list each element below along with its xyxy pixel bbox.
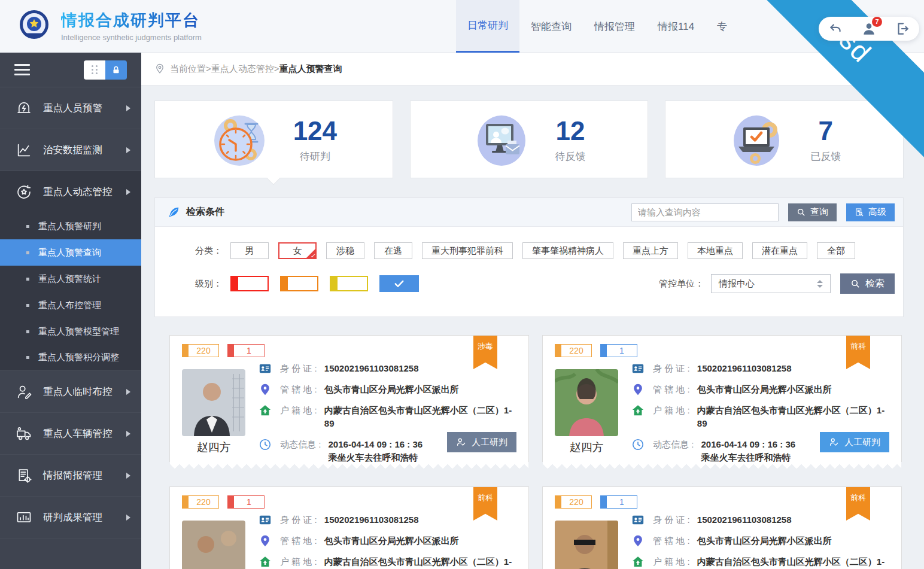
zigzag-edge [170,462,528,468]
app-root: 情报合成研判平台 Intelligence synthetic judgment… [0,0,924,569]
jurisdiction: 包头市青山区分局光辉小区派出所 [324,534,459,547]
results-icon [16,509,32,526]
category-all[interactable]: 全部 [817,242,855,259]
sidebar-item-briefing[interactable]: 情报简报管理 [0,455,141,497]
category-male[interactable]: 男 [230,242,269,259]
sidebar-item-dynamic-control[interactable]: 重点人动态管控 [0,171,141,213]
search-icon [797,208,806,217]
level-confirm-button[interactable] [379,275,419,292]
drag-handle-icon[interactable] [84,60,105,80]
category-stability[interactable]: 涉稳 [326,242,364,259]
location-pin-icon [631,383,645,396]
category-local-key[interactable]: 本地重点 [688,242,743,259]
chevron-right-icon [126,473,130,479]
tab-daily-judgment[interactable]: 日常研判 [456,0,519,53]
id-card-icon [259,362,272,375]
stat-label: 待反馈 [555,150,586,163]
advanced-button[interactable]: 高级 [846,203,895,221]
sidebar-subitem-score-adjust[interactable]: 重点人预警积分调整 [0,345,141,371]
monitor-message-icon [473,111,530,168]
stat-feedback-done[interactable]: 7 已反馈 [665,101,904,178]
manual-judge-button[interactable]: 人工研判 [820,432,889,452]
sidebar-item-results[interactable]: 研判成果管理 [0,497,141,538]
category-major-crime[interactable]: 重大刑事犯罪前科 [422,242,513,259]
breadcrumb-parent[interactable]: 重点人动态管控> [211,63,279,75]
category-mental-illness[interactable]: 肇事肇祸精神病人 [522,242,613,259]
person-judge-icon [829,437,840,448]
level-filter-row: 级别： 管控单位： 情报中心 检索 [155,273,903,294]
chevron-right-icon [126,389,130,395]
person-photo [182,521,245,569]
chevron-right-icon [126,105,130,111]
query-button[interactable]: 查询 [788,203,837,221]
sidebar-subitem-alert-statistics[interactable]: 重点人预警统计 [0,266,141,292]
stat-pending-feedback[interactable]: 12 待反馈 [410,101,649,178]
id-card-icon [259,513,272,527]
person-card: 前科 220 1 赵四方 身 份 证 : 1502021961103081258… [542,335,902,462]
sidebar-subitem-model-management[interactable]: 重点人预警模型管理 [0,318,141,345]
laptop-check-icon [728,111,785,168]
registry-address: 内蒙古自治区包头市青山区光辉小区（二区）1-89 [697,555,889,569]
sidebar-item-security-data[interactable]: 治安数据监测 [0,129,141,171]
tab-intel-114[interactable]: 情报114 [646,0,706,53]
dynamic-desc: 乘坐火车去往呼和浩特 [329,452,418,462]
person-photo [555,369,618,436]
sidebar-subitem-control-management[interactable]: 重点人布控管理 [0,292,141,318]
stat-cards: 124 待研判 12 待反馈 [154,101,904,178]
data-monitor-icon [16,142,32,159]
category-filter-row: 分类： 男 女✓ 涉稳 在逃 重大刑事犯罪前科 肇事肇祸精神病人 重点上方 本地… [155,242,903,259]
header-actions-pill: 7 [819,17,919,41]
tab-smart-query[interactable]: 智能查询 [519,0,583,53]
retrieve-button[interactable]: 检索 [840,273,895,294]
breadcrumb: 当前位置>重点人动态管控>重点人预警查询 [141,53,924,86]
level-red-swatch[interactable] [230,276,269,291]
tab-intel-management[interactable]: 情报管理 [583,0,646,53]
search-input[interactable] [631,203,779,221]
category-potential-key[interactable]: 潜在重点 [752,242,807,259]
person-name: 赵四方 [555,440,618,455]
category-female[interactable]: 女✓ [278,242,317,259]
location-pin-icon [154,63,165,74]
tab-special[interactable]: 专 [706,0,738,53]
sidebar-item-vehicle-control[interactable]: 重点人车辆管控 [0,413,141,455]
hamburger-icon[interactable] [14,61,30,78]
level-orange-swatch[interactable] [280,276,318,291]
level-yellow-swatch[interactable] [330,276,368,291]
sidebar-pin-toggle[interactable] [84,60,127,80]
main-nav: 日常研判 智能查询 情报管理 情报114 专 [456,0,738,53]
id-card-icon [631,362,645,375]
person-photo [182,369,245,436]
manual-judge-button[interactable]: 人工研判 [447,432,516,452]
sidebar-item-person-alert[interactable]: 重点人员预警 [0,87,141,129]
sidebar: 重点人员预警 治安数据监测 重点人动态管控 重点人预警研判 重点人预警查询 重点… [0,53,141,569]
stat-value: 12 [555,116,586,146]
category-key-petition[interactable]: 重点上方 [623,242,678,259]
search-icon [850,279,861,289]
sidebar-subitem-alert-judgment[interactable]: 重点人预警研判 [0,213,141,239]
dynamic-control-icon [16,184,32,200]
sidebar-item-temp-control[interactable]: 重点人临时布控 [0,371,141,413]
stat-pending-judgment[interactable]: 124 待研判 [154,101,393,178]
unit-select[interactable]: 情报中心 [711,274,831,293]
feather-icon [167,206,180,219]
search-panel: 检索条件 查询 高级 分类： 男 女✓ 涉稳 在逃 重大刑事犯罪前科 肇事肇祸精… [154,197,904,317]
person-photo [555,521,618,569]
sidebar-group-dynamic-control: 重点人动态管控 重点人预警研判 重点人预警查询 重点人预警统计 重点人布控管理 … [0,171,141,371]
zigzag-edge [543,462,901,468]
registry-address: 内蒙古自治区包头市青山区光辉小区（二区）1-89 [697,404,889,430]
lock-icon[interactable] [105,60,127,80]
stat-label: 已反馈 [810,150,841,163]
undo-icon[interactable] [828,21,843,36]
logout-icon[interactable] [895,21,910,36]
updown-arrows-icon [817,280,823,288]
level-label: 级别： [155,278,222,290]
user-icon[interactable]: 7 [861,21,877,36]
category-fugitive[interactable]: 在逃 [374,242,412,259]
home-icon [259,555,272,568]
person-card-grid: 涉毒 220 1 赵四方 身 份 证 : 1502021961103081258… [169,335,902,569]
id-number: 1502021961103081258 [324,362,419,375]
sidebar-subitem-alert-query[interactable]: 重点人预警查询 [0,239,141,266]
category-label: 分类： [155,245,222,257]
check-icon [393,278,405,290]
home-icon [631,555,645,568]
